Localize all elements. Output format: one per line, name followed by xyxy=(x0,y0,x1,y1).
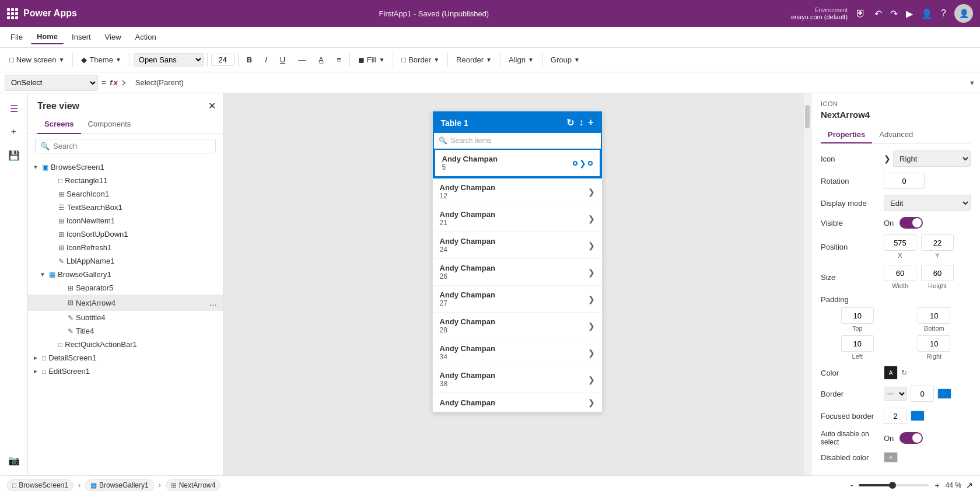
tab-screens[interactable]: Screens xyxy=(37,116,81,134)
tree-lblappname1[interactable]: ✎ LblAppName1 xyxy=(28,254,223,268)
status-browse-gallery[interactable]: ▦ BrowseGallery1 xyxy=(85,479,154,491)
props-tab-advanced[interactable]: Advanced xyxy=(872,127,920,143)
rotation-input[interactable] xyxy=(884,173,925,189)
play-icon[interactable]: ▶ xyxy=(906,8,913,19)
sidebar-data-icon[interactable]: 💾 xyxy=(4,145,24,166)
help-icon[interactable]: ? xyxy=(941,8,946,19)
tree-searchicon1[interactable]: ⊞ SearchIcon1 xyxy=(28,187,223,201)
tree-detailscreen1[interactable]: ► □ DetailScreen1 xyxy=(28,351,223,365)
sidebar-treeview-icon[interactable]: ☰ xyxy=(4,98,24,119)
person-icon[interactable]: 👤 xyxy=(921,8,933,19)
zoom-plus-button[interactable]: + xyxy=(931,479,943,491)
font-select[interactable]: Open Sans xyxy=(134,53,204,66)
menu-home[interactable]: Home xyxy=(31,30,64,44)
padding-top-input[interactable] xyxy=(841,307,874,324)
color-swatch[interactable]: A xyxy=(884,366,898,380)
menu-file[interactable]: File xyxy=(5,30,29,44)
size-h-input[interactable] xyxy=(921,265,954,281)
user-icon[interactable]: ⛨ xyxy=(856,8,866,20)
preview-row-3[interactable]: Andy Champan 21 ❯ xyxy=(433,205,602,232)
position-y-input[interactable] xyxy=(921,234,954,251)
focused-border-input[interactable] xyxy=(884,408,907,424)
tree-separator5[interactable]: ⊞ Separator5 xyxy=(28,281,223,295)
formula-dropdown[interactable]: OnSelect xyxy=(5,75,98,91)
fit-screen-button[interactable]: ↗ xyxy=(966,481,973,490)
icon-select[interactable]: Right xyxy=(893,150,971,167)
reorder-button[interactable]: Reorder ▼ xyxy=(452,53,496,66)
tree-close-button[interactable]: ✕ xyxy=(208,100,216,111)
underline-button[interactable]: U xyxy=(275,53,290,66)
size-w-input[interactable] xyxy=(884,265,916,281)
position-x-input[interactable] xyxy=(884,234,916,251)
padding-left-input[interactable] xyxy=(841,335,874,352)
formula-bar: OnSelect = fx ▼ xyxy=(0,72,980,93)
redo-icon[interactable]: ↷ xyxy=(890,8,898,19)
tree-search-input[interactable] xyxy=(53,142,211,150)
tab-components[interactable]: Components xyxy=(81,116,138,134)
more-options-icon[interactable]: … xyxy=(208,297,218,309)
group-button[interactable]: Group ▼ xyxy=(546,53,584,66)
color-refresh-icon[interactable]: ↻ xyxy=(901,369,907,377)
formula-expand[interactable]: ▼ xyxy=(969,79,975,86)
disabled-color-swatch[interactable]: A xyxy=(884,452,898,463)
preview-row-10[interactable]: Andy Champan ❯ xyxy=(433,393,602,412)
preview-row-7[interactable]: Andy Champan 28 ❯ xyxy=(433,313,602,339)
focused-border-color-swatch[interactable] xyxy=(911,411,925,421)
fill-button[interactable]: ◼ Fill ▼ xyxy=(354,53,390,66)
preview-row-2[interactable]: Andy Champan 12 ❯ xyxy=(433,178,602,205)
tree-iconnewitem1[interactable]: ⊞ IconNewItem1 xyxy=(28,214,223,227)
sidebar-media-icon[interactable]: 📷 xyxy=(4,450,24,471)
tree-browsegallery1[interactable]: ▼ ▦ BrowseGallery1 xyxy=(28,268,223,281)
tree-nextarrow4[interactable]: ⊞ NextArrow4 … xyxy=(28,295,223,311)
border-color-swatch[interactable] xyxy=(937,388,951,399)
preview-row-8[interactable]: Andy Champan 34 ❯ xyxy=(433,339,602,366)
tree-subtitle4[interactable]: ✎ Subtitle4 xyxy=(28,311,223,324)
props-tab-properties[interactable]: Properties xyxy=(821,127,872,143)
zoom-slider[interactable] xyxy=(859,484,929,486)
status-nextarrow[interactable]: ⊞ NextArrow4 xyxy=(166,479,221,491)
padding-right-input[interactable] xyxy=(918,335,950,352)
tree-textsearchbox1[interactable]: ☰ TextSearchBox1 xyxy=(28,201,223,214)
preview-row-5[interactable]: Andy Champan 26 ❯ xyxy=(433,259,602,286)
selected-preview-row[interactable]: Andy Champan 5 ❯ xyxy=(434,149,601,177)
italic-button[interactable]: I xyxy=(260,53,272,66)
tree-editscreen1[interactable]: ► □ EditScreen1 xyxy=(28,365,223,378)
formula-input[interactable] xyxy=(131,78,965,87)
menu-view[interactable]: View xyxy=(99,30,127,44)
padding-bottom-input[interactable] xyxy=(918,307,950,324)
tree-rectquickactionbar1[interactable]: □ RectQuickActionBar1 xyxy=(28,338,223,351)
tree-title4[interactable]: ✎ Title4 xyxy=(28,324,223,338)
menu-insert[interactable]: Insert xyxy=(66,30,97,44)
border-width-input[interactable] xyxy=(911,386,934,402)
zoom-minus-button[interactable]: - xyxy=(847,479,857,491)
status-browse-screen[interactable]: □ BrowseScreen1 xyxy=(7,479,74,491)
tree-iconrefresh1[interactable]: ⊞ IconRefresh1 xyxy=(28,241,223,254)
strikethrough-button[interactable]: ― xyxy=(293,53,310,66)
display-mode-select[interactable]: Edit xyxy=(884,195,971,211)
visible-toggle[interactable] xyxy=(900,217,923,229)
preview-row-4[interactable]: Andy Champan 24 ❯ xyxy=(433,232,602,259)
menu-action[interactable]: Action xyxy=(130,30,162,44)
canvas-scrollbar-v[interactable] xyxy=(804,93,811,475)
auto-disable-toggle[interactable] xyxy=(900,432,923,444)
border-button[interactable]: □ Border ▼ xyxy=(397,53,444,66)
preview-row-9[interactable]: Andy Champan 38 ❯ xyxy=(433,366,602,393)
font-color-button[interactable]: A̲ xyxy=(314,53,328,66)
bold-button[interactable]: B xyxy=(242,53,257,66)
undo-icon[interactable]: ↶ xyxy=(874,8,882,19)
preview-row-6[interactable]: Andy Champan 27 ❯ xyxy=(433,286,602,313)
align-text-button[interactable]: ≡ xyxy=(332,53,346,66)
avatar[interactable]: 👤 xyxy=(954,4,973,23)
sidebar-add-icon[interactable]: + xyxy=(4,121,24,142)
align-button[interactable]: Align ▼ xyxy=(504,53,538,66)
new-screen-button[interactable]: □ New screen ▼ xyxy=(5,53,69,66)
iconsortupdown1-icon: ⊞ xyxy=(58,230,64,239)
theme-button[interactable]: ◆ Theme ▼ xyxy=(76,53,125,66)
tree-rectangle11[interactable]: □ Rectangle11 xyxy=(28,174,223,187)
app-grid-icon[interactable] xyxy=(7,8,18,19)
font-size-input[interactable] xyxy=(211,54,235,66)
canvas-area[interactable]: Table 1 ↻ ↕ + 🔍 Search items xyxy=(223,93,811,475)
border-style-select[interactable]: — xyxy=(884,387,907,401)
tree-browse-screen[interactable]: ▼ ▣ BrowseScreen1 xyxy=(28,160,223,174)
tree-iconsortupdown1[interactable]: ⊞ IconSortUpDown1 xyxy=(28,227,223,241)
